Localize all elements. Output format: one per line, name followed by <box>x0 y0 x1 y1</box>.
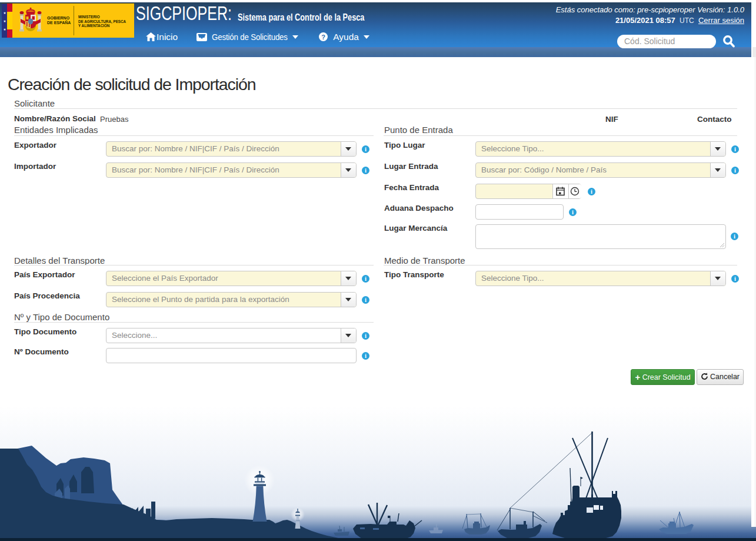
svg-text:?: ? <box>321 34 325 41</box>
